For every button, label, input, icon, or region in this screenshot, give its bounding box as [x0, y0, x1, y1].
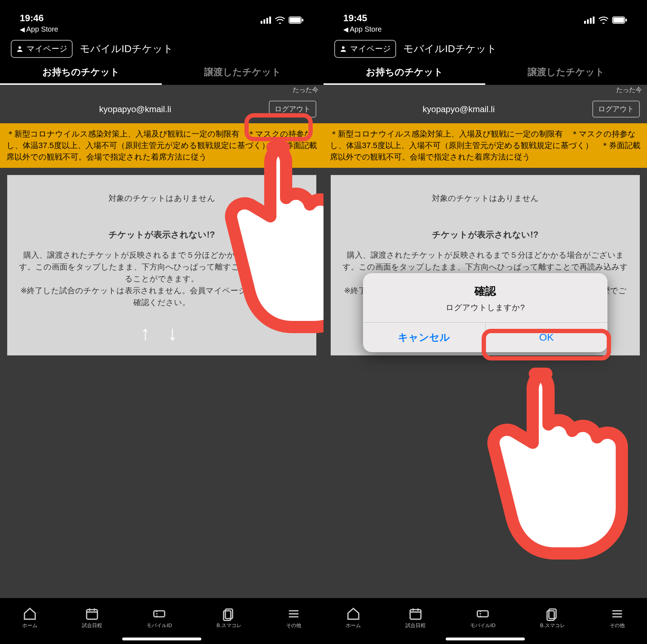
- content[interactable]: たった今 kyopapyo@kmail.li ログアウト ＊新型コロナウイルス感…: [0, 85, 324, 598]
- svg-rect-2: [266, 18, 268, 24]
- svg-point-7: [18, 46, 21, 49]
- home-indicator[interactable]: [324, 639, 647, 644]
- chevron-left-icon: ◀: [343, 26, 348, 33]
- dialog-title: 確認: [370, 284, 600, 299]
- mypage-button[interactable]: マイページ: [334, 40, 396, 58]
- nav-mobile-id[interactable]: モバイルID: [147, 607, 172, 629]
- tabs: お持ちのチケット 譲渡したチケット: [0, 61, 324, 85]
- account-email: kyopapyo@kmail.li: [7, 104, 263, 114]
- menu-icon: [610, 607, 624, 621]
- svg-rect-17: [613, 18, 624, 23]
- svg-rect-15: [593, 17, 595, 24]
- refresh-arrows-icon: ↑ ↓: [18, 321, 306, 345]
- nav-smacolle[interactable]: B.スマコレ: [540, 607, 565, 629]
- svg-rect-13: [587, 19, 589, 24]
- nav-smacolle[interactable]: B.スマコレ: [216, 607, 241, 629]
- svg-rect-12: [584, 21, 586, 24]
- svg-rect-14: [590, 18, 592, 24]
- mypage-button[interactable]: マイページ: [11, 40, 73, 58]
- home-indicator[interactable]: [0, 639, 324, 644]
- svg-rect-0: [261, 21, 262, 24]
- svg-rect-8: [87, 610, 97, 619]
- bottom-nav: ホーム 試合日程 モバイルID B.スマコレ その他: [0, 598, 324, 641]
- nav-schedule[interactable]: 試合日程: [405, 607, 426, 629]
- svg-rect-5: [290, 18, 300, 23]
- battery-icon: [289, 17, 304, 24]
- account-row: kyopapyo@kmail.li ログアウト: [324, 95, 647, 123]
- help-title: チケットが表示されない!?: [18, 229, 306, 240]
- svg-rect-3: [269, 17, 271, 24]
- wifi-icon: [275, 17, 285, 24]
- status-right: [261, 17, 304, 24]
- header-title: モバイルIDチケット: [403, 42, 497, 56]
- nav-home-label: ホーム: [22, 622, 37, 629]
- dialog-cancel-button[interactable]: キャンセル: [363, 323, 485, 352]
- svg-rect-6: [302, 19, 303, 22]
- last-updated-label: たった今: [0, 85, 324, 95]
- status-right: [584, 17, 627, 24]
- nav-smacolle-label: B.スマコレ: [540, 622, 565, 629]
- nav-home-label: ホーム: [346, 622, 361, 629]
- back-to-app-link[interactable]: ◀ App Store: [0, 25, 324, 36]
- status-time: 19:46: [20, 13, 44, 24]
- nav-smacolle-label: B.スマコレ: [216, 622, 241, 629]
- nav-schedule-label: 試合日程: [405, 622, 426, 629]
- phone-right: 19:45 ◀ App Store マイペー: [324, 0, 647, 644]
- svg-point-19: [342, 46, 344, 49]
- svg-rect-18: [625, 19, 627, 22]
- status-time: 19:45: [343, 13, 367, 24]
- svg-rect-21: [477, 611, 488, 617]
- bottom-nav: ホーム 試合日程 モバイルID B.スマコレ その他: [324, 598, 647, 641]
- nav-other-label: その他: [286, 622, 301, 629]
- svg-rect-20: [410, 610, 421, 619]
- dialog-ok-button[interactable]: OK: [485, 323, 608, 352]
- ticket-icon: [152, 607, 166, 621]
- back-to-app-link[interactable]: ◀ App Store: [324, 25, 647, 36]
- person-icon: [16, 45, 24, 53]
- person-icon: [339, 45, 347, 53]
- nav-schedule-label: 試合日程: [82, 622, 102, 629]
- status-bar: 19:46: [0, 0, 324, 25]
- tab-transferred[interactable]: 譲渡したチケット: [162, 61, 324, 85]
- covid-notice: ＊新型コロナウイルス感染対策上、入場及び観戦に一定の制限有 ＊マスクの持参なし、…: [0, 123, 324, 168]
- tab-transferred[interactable]: 譲渡したチケット: [485, 61, 647, 85]
- back-to-app-label: App Store: [350, 25, 382, 33]
- help-text: 購入、譲渡されたチケットが反映されるまで５分ほどかかる場合がございます。この画面…: [18, 249, 306, 308]
- nav-home[interactable]: ホーム: [22, 607, 37, 629]
- back-to-app-label: App Store: [26, 25, 58, 33]
- logout-dialog: 確認 ログアウトしますか? キャンセル OK: [363, 273, 607, 352]
- nav-other[interactable]: その他: [286, 607, 301, 629]
- nav-other[interactable]: その他: [610, 607, 625, 629]
- svg-rect-1: [263, 19, 265, 24]
- ticket-card: 対象のチケットはありません チケットが表示されない!? 購入、譲渡されたチケット…: [7, 175, 316, 355]
- logout-button[interactable]: ログアウト: [269, 101, 316, 118]
- home-icon: [346, 607, 361, 621]
- tab-owned[interactable]: お持ちのチケット: [0, 61, 162, 85]
- signal-icon: [584, 17, 595, 24]
- help-title: チケットが表示されない!?: [341, 229, 629, 240]
- header: マイページ モバイルIDチケット: [324, 36, 647, 61]
- nav-mobile-id[interactable]: モバイルID: [470, 607, 495, 629]
- tabs: お持ちのチケット 譲渡したチケット: [324, 61, 647, 85]
- wifi-icon: [598, 17, 609, 24]
- ticket-icon: [476, 607, 490, 621]
- header-title: モバイルIDチケット: [80, 42, 173, 56]
- account-email: kyopapyo@kmail.li: [331, 104, 587, 114]
- account-row: kyopapyo@kmail.li ログアウト: [0, 95, 324, 123]
- svg-rect-9: [154, 611, 165, 617]
- nav-mobile-id-label: モバイルID: [470, 622, 495, 629]
- nav-schedule[interactable]: 試合日程: [82, 607, 102, 629]
- calendar-icon: [408, 607, 423, 621]
- cards-icon: [545, 607, 560, 621]
- status-bar: 19:45: [324, 0, 647, 25]
- phone-left: 19:46 ◀ App Store マイペー: [0, 0, 324, 644]
- last-updated-label: たった今: [324, 85, 647, 95]
- nav-home[interactable]: ホーム: [346, 607, 361, 629]
- mypage-label: マイページ: [350, 43, 391, 54]
- nav-mobile-id-label: モバイルID: [147, 622, 172, 629]
- tab-owned[interactable]: お持ちのチケット: [324, 61, 485, 85]
- logout-button[interactable]: ログアウト: [592, 101, 640, 118]
- battery-icon: [612, 17, 627, 24]
- covid-notice: ＊新型コロナウイルス感染対策上、入場及び観戦に一定の制限有 ＊マスクの持参なし、…: [324, 123, 647, 168]
- chevron-left-icon: ◀: [20, 26, 25, 33]
